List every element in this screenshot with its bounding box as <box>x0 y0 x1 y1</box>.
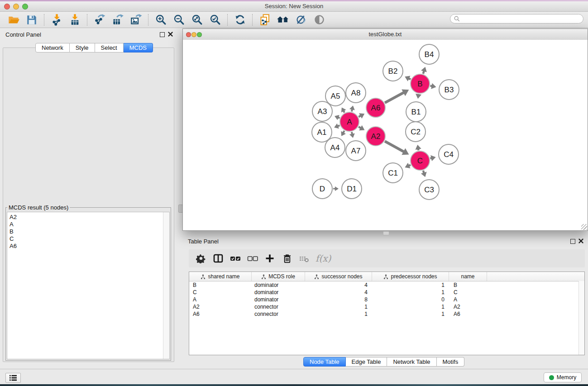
home-button[interactable] <box>274 13 292 27</box>
import-table-button[interactable] <box>66 13 84 27</box>
tab-mcds[interactable]: MCDS <box>124 43 153 52</box>
tab-select[interactable]: Select <box>95 43 124 52</box>
table-row[interactable]: Bdominator41B <box>189 281 584 289</box>
export-network-button[interactable] <box>91 13 109 27</box>
graph-edge-arrowhead[interactable] <box>349 105 355 110</box>
result-item[interactable]: B <box>10 228 169 235</box>
search-box[interactable] <box>450 14 583 24</box>
float-panel-icon[interactable] <box>570 239 575 244</box>
graph-node-C1[interactable]: C1 <box>383 163 403 183</box>
table-cell[interactable]: 8 <box>305 296 372 303</box>
graph-node-B2[interactable]: B2 <box>383 61 403 81</box>
graph-node-C[interactable]: C <box>411 151 430 170</box>
column-header-name[interactable]: name <box>449 272 487 281</box>
graph-node-D[interactable]: D <box>312 179 332 199</box>
tab-network[interactable]: Network <box>35 43 70 52</box>
scrollbar-track[interactable] <box>578 281 584 355</box>
table-row[interactable]: A6connector11A6 <box>189 310 584 318</box>
graph-node-A3[interactable]: A3 <box>312 101 332 121</box>
table-cell[interactable]: A6 <box>449 311 487 317</box>
table-cell[interactable]: 1 <box>305 311 372 317</box>
table-cell[interactable]: 1 <box>372 289 449 295</box>
mcds-result-list[interactable]: A2ABCA6 <box>7 212 170 359</box>
scrollbar-track[interactable] <box>163 212 169 359</box>
table-cell[interactable]: A2 <box>189 304 252 310</box>
graph-edge-arrowhead[interactable] <box>415 145 421 150</box>
result-item[interactable]: A6 <box>10 243 169 250</box>
table-cell[interactable]: B <box>189 282 252 288</box>
table-cell[interactable]: connector <box>252 311 305 317</box>
table-cell[interactable]: 4 <box>305 289 372 295</box>
result-item[interactable]: A2 <box>10 214 169 221</box>
clone-network-button[interactable] <box>256 13 274 27</box>
graph-edge-arrowhead[interactable] <box>430 155 436 161</box>
graph-node-A1[interactable]: A1 <box>312 122 332 142</box>
memory-button[interactable]: Memory <box>544 372 582 382</box>
table-row[interactable]: A2connector11A2 <box>189 303 584 310</box>
search-input[interactable] <box>462 15 583 23</box>
float-panel-icon[interactable] <box>160 32 165 37</box>
graph-node-A5[interactable]: A5 <box>325 86 345 106</box>
task-history-button[interactable] <box>5 373 21 383</box>
table-cell[interactable]: 1 <box>305 304 372 310</box>
table-settings-button[interactable] <box>192 251 210 266</box>
tab-motifs[interactable]: Motifs <box>437 357 465 367</box>
table-cell[interactable]: 4 <box>305 282 372 288</box>
bird-eye-view-button[interactable] <box>310 13 328 27</box>
deselect-all-rows-button[interactable] <box>244 251 261 266</box>
network-graph[interactable]: B4B2BB3A8A5A6A3B1AA1C2A2A4A7C4CC1C3DD1 <box>183 40 588 230</box>
function-builder-button[interactable]: f(x) <box>316 253 331 264</box>
export-image-button[interactable] <box>127 13 145 27</box>
graph-node-B1[interactable]: B1 <box>406 102 426 122</box>
import-network-button[interactable] <box>48 13 66 27</box>
column-view-button[interactable] <box>210 251 227 266</box>
close-panel-icon[interactable] <box>168 32 173 37</box>
zoom-in-button[interactable] <box>152 13 170 27</box>
create-column-button[interactable] <box>261 251 278 266</box>
graph-node-A[interactable]: A <box>340 112 359 131</box>
delete-table-button[interactable] <box>296 251 313 266</box>
resize-grip[interactable] <box>581 224 587 230</box>
network-canvas[interactable]: B4B2BB3A8A5A6A3B1AA1C2A2A4A7C4CC1C3DD1 <box>183 40 588 230</box>
table-cell[interactable]: dominator <box>252 296 305 303</box>
zoom-selected-button[interactable] <box>206 13 224 27</box>
column-header-shared-name[interactable]: shared name <box>189 272 252 281</box>
open-file-button[interactable] <box>5 13 23 27</box>
graph-edge-arrowhead[interactable] <box>335 186 339 191</box>
table-cell[interactable]: 1 <box>372 282 449 288</box>
column-header-successor-nodes[interactable]: successor nodes <box>305 272 372 281</box>
graph-edge-arrowhead[interactable] <box>431 83 436 89</box>
graph-node-C3[interactable]: C3 <box>419 180 439 200</box>
graph-edge-arrowhead[interactable] <box>349 133 355 138</box>
graph-edge-arrowhead[interactable] <box>416 94 421 99</box>
graph-node-C4[interactable]: C4 <box>439 144 459 164</box>
graph-node-A4[interactable]: A4 <box>325 138 345 157</box>
graph-edge-A2-C[interactable] <box>385 141 404 152</box>
select-all-rows-button[interactable] <box>227 251 244 266</box>
table-cell[interactable]: A2 <box>449 304 487 310</box>
table-cell[interactable]: 0 <box>372 296 449 303</box>
table-cell[interactable]: connector <box>252 304 305 310</box>
graph-node-B[interactable]: B <box>411 74 430 93</box>
hide-details-button[interactable] <box>292 13 310 27</box>
table-cell[interactable]: dominator <box>252 282 305 288</box>
zoom-out-button[interactable] <box>170 13 188 27</box>
table-cell[interactable]: B <box>449 282 487 288</box>
result-item[interactable]: C <box>10 235 169 243</box>
graph-node-A7[interactable]: A7 <box>346 141 366 161</box>
graph-node-C2[interactable]: C2 <box>406 122 425 142</box>
column-header-predecessor-nodes[interactable]: predecessor nodes <box>372 272 449 281</box>
export-table-button[interactable] <box>109 13 127 27</box>
graph-node-B4[interactable]: B4 <box>419 44 439 64</box>
column-header-mcds-role[interactable]: MCDS role <box>252 272 305 281</box>
graph-node-A6[interactable]: A6 <box>366 98 385 117</box>
table-row[interactable]: Cdominator41C <box>189 289 584 296</box>
delete-column-button[interactable] <box>278 251 296 266</box>
graph-node-A8[interactable]: A8 <box>346 83 366 103</box>
table-cell[interactable]: C <box>189 289 252 295</box>
graph-node-A2[interactable]: A2 <box>366 127 385 146</box>
table-cell[interactable]: A6 <box>189 311 252 317</box>
table-row[interactable]: Adominator80A <box>189 296 584 303</box>
main-titlebar[interactable]: Session: New Session <box>0 1 588 12</box>
tab-network-table[interactable]: Network Table <box>387 357 436 367</box>
